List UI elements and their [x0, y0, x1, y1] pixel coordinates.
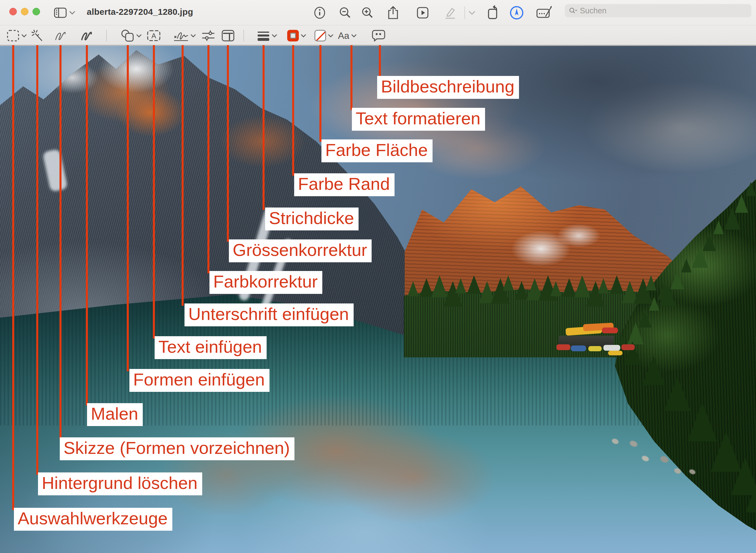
search-field[interactable] [565, 4, 751, 17]
highlight-menu-chevron-icon[interactable] [465, 4, 479, 21]
canoe [608, 351, 623, 356]
tool-fill-color[interactable] [315, 28, 333, 43]
tool-signature[interactable] [174, 28, 196, 43]
chevron-down-icon [21, 34, 27, 37]
svg-text:A: A [151, 32, 156, 40]
tree-silhouette [627, 322, 644, 344]
window-title: alberta-2297204_1280.jpg [87, 7, 193, 17]
tree-silhouette [503, 275, 514, 291]
tree-silhouette [455, 278, 466, 293]
chevron-down-icon [301, 34, 306, 37]
tool-draw[interactable] [80, 28, 93, 43]
zoom-in-button[interactable] [359, 4, 376, 21]
adjust-sliders-icon [201, 29, 215, 42]
tree-silhouette [408, 281, 419, 296]
tree-silhouette [645, 275, 657, 291]
fill-color-well-icon [315, 30, 326, 42]
text-style-icon: Aa [338, 31, 349, 40]
description-bubble-icon [371, 29, 386, 42]
tool-text-box[interactable]: A [147, 28, 161, 43]
tool-shapes[interactable] [121, 28, 142, 43]
title-bar: alberta-2297204_1280.jpg [0, 0, 756, 25]
draw-squiggle-icon [80, 30, 93, 42]
sidebar-chevron-icon[interactable] [67, 4, 77, 21]
info-button[interactable] [311, 4, 328, 21]
tree-silhouette [746, 182, 756, 196]
preview-window: alberta-2297204_1280.jpg [0, 0, 756, 553]
tree-silhouette [681, 258, 692, 272]
canoe [603, 345, 620, 351]
tree-silhouette [642, 356, 665, 385]
signature-icon [174, 29, 189, 42]
canoe [602, 327, 618, 333]
chevron-down-icon [351, 34, 356, 37]
tool-description[interactable] [371, 28, 386, 43]
tree-silhouette [660, 284, 676, 306]
selection-rect-icon [7, 29, 19, 42]
tree-silhouette [598, 278, 609, 293]
tree-silhouette [692, 246, 708, 268]
zoom-out-button[interactable] [337, 4, 354, 21]
fullscreen-button[interactable] [32, 8, 40, 15]
toolbar-group-divider [106, 30, 107, 42]
tool-text-style[interactable]: Aa [338, 28, 356, 43]
chevron-down-icon [272, 34, 277, 37]
tool-color-adjust[interactable] [201, 28, 215, 43]
tree-silhouette [724, 208, 740, 230]
tool-instant-alpha[interactable] [31, 28, 44, 43]
size-adjust-icon [221, 29, 235, 42]
border-color-well-icon [287, 30, 299, 42]
tool-sketch[interactable] [54, 28, 67, 43]
sketch-squiggle-icon [54, 30, 67, 42]
rotate-left-button[interactable] [486, 4, 503, 21]
canoe [556, 344, 570, 350]
titlebar-divider [465, 6, 465, 19]
tree-silhouette [713, 220, 724, 234]
toolbar-group-divider [244, 30, 244, 42]
sidebar-toggle-button[interactable] [52, 4, 69, 21]
chevron-down-icon [328, 34, 333, 37]
minimize-button[interactable] [21, 8, 28, 15]
shapes-icon [121, 29, 134, 42]
search-input[interactable] [580, 6, 747, 15]
markup-toolbar-button[interactable] [508, 4, 525, 21]
share-button[interactable] [385, 4, 402, 21]
chevron-down-icon [136, 34, 142, 37]
tool-selection-tools[interactable] [7, 28, 27, 43]
tree-silhouette [649, 297, 660, 311]
tool-line-weight[interactable] [257, 28, 277, 43]
close-button[interactable] [9, 8, 17, 15]
fill-and-sign-button[interactable] [536, 4, 553, 21]
magic-wand-icon [31, 29, 44, 42]
text-box-icon: A [147, 30, 161, 42]
tool-border-color[interactable] [287, 28, 306, 43]
line-weight-icon [257, 30, 270, 42]
tree-silhouette [550, 281, 561, 296]
markup-toolbar: A [0, 26, 756, 46]
photo-canvas[interactable] [0, 46, 756, 553]
tree-silhouette [746, 478, 756, 512]
chevron-down-icon [191, 34, 196, 37]
canoe [621, 344, 635, 350]
search-icon [569, 7, 577, 14]
slideshow-button[interactable] [414, 4, 431, 21]
canoe [588, 346, 602, 351]
highlight-button[interactable] [441, 4, 459, 21]
tree-silhouette [664, 376, 690, 411]
tool-size-adjust[interactable] [221, 28, 235, 43]
canoe [571, 345, 586, 351]
